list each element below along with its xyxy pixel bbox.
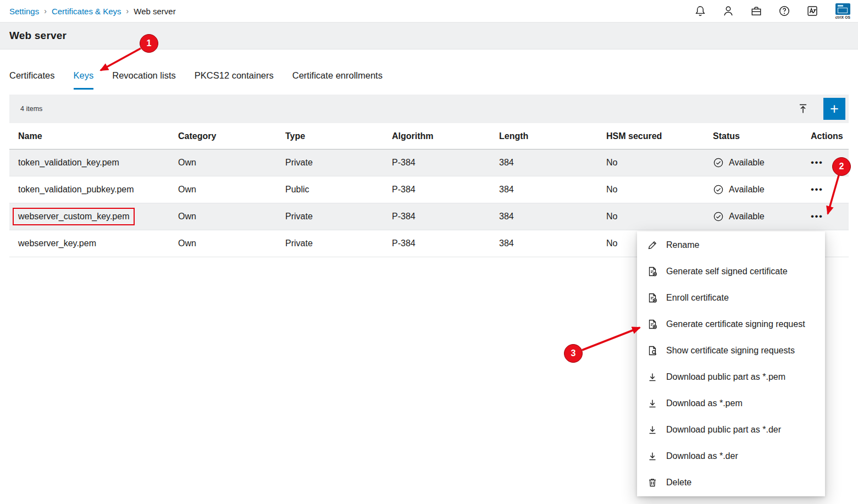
menu-item-rename[interactable]: Rename [637, 232, 825, 258]
key-length: 384 [499, 185, 514, 194]
menu-item-download-der[interactable]: Download as *.der [637, 443, 825, 469]
key-type: Public [285, 185, 309, 194]
table-toolbar: 4 items + [9, 95, 849, 123]
status-label: Available [729, 158, 765, 168]
briefcase-icon[interactable] [750, 4, 763, 18]
annotation-arrow-3 [582, 328, 640, 350]
upload-icon[interactable] [796, 102, 810, 116]
key-algorithm: P-384 [392, 185, 416, 194]
menu-item-delete[interactable]: Delete [637, 469, 825, 496]
status-label: Available [729, 185, 765, 195]
status-badge: Available [713, 184, 796, 195]
column-header-category: Category [178, 123, 285, 149]
key-length: 384 [499, 212, 514, 221]
check-circle-icon [713, 157, 724, 168]
key-hsm-secured: No [606, 212, 617, 221]
key-hsm-secured: No [606, 239, 617, 248]
menu-item-enroll-certificate[interactable]: Enroll certificate [637, 285, 825, 311]
column-header-hsm-secured: HSM secured [606, 123, 713, 149]
menu-item-generate-self-signed-certificate[interactable]: Generate self signed certificate [637, 258, 825, 285]
breadcrumb-certificates-keys[interactable]: Certificates & Keys [52, 7, 121, 16]
breadcrumb: Settings › Certificates & Keys › Web ser… [9, 7, 176, 16]
menu-item-label: Delete [666, 478, 691, 488]
certificate-enroll-icon [647, 292, 658, 303]
menu-item-label: Generate self signed certificate [666, 267, 788, 276]
breadcrumb-settings[interactable]: Settings [9, 7, 39, 16]
breadcrumb-current: Web server [134, 7, 175, 16]
add-key-button[interactable]: + [823, 98, 845, 120]
menu-item-label: Download public part as *.pem [666, 372, 785, 382]
highlighted-key-name: webserver_custom_key.pem [13, 208, 135, 225]
download-icon [647, 424, 658, 435]
column-header-status: Status [713, 123, 801, 149]
topbar: Settings › Certificates & Keys › Web ser… [0, 0, 858, 23]
status-badge: Available [713, 211, 796, 222]
column-header-name: Name [9, 123, 178, 149]
key-category: Own [178, 158, 196, 167]
row-actions-menu-button[interactable]: ••• [811, 184, 823, 195]
key-category: Own [178, 212, 196, 221]
key-name: webserver_key.pem [18, 239, 96, 248]
key-algorithm: P-384 [392, 158, 416, 167]
menu-item-label: Show certificate signing requests [666, 346, 795, 356]
key-length: 384 [499, 158, 514, 167]
table-row-selected[interactable]: webserver_custom_key.pem Own Private P-3… [9, 203, 849, 230]
column-header-length: Length [499, 123, 606, 149]
menu-item-show-certificate-signing-requests[interactable]: Show certificate signing requests [637, 337, 825, 364]
ctrlx-os-logo-icon [835, 3, 850, 15]
certificate-request-icon [647, 319, 658, 330]
download-icon [647, 372, 658, 383]
download-icon [647, 451, 658, 462]
menu-item-label: Enroll certificate [666, 293, 729, 303]
user-icon[interactable] [722, 4, 735, 18]
menu-item-label: Rename [666, 240, 699, 250]
help-icon[interactable] [778, 4, 791, 18]
pencil-icon [647, 240, 658, 251]
menu-item-generate-certificate-signing-request[interactable]: Generate certificate signing request [637, 311, 825, 337]
menu-item-download-public-part-der[interactable]: Download public part as *.der [637, 417, 825, 443]
annotation-step-3: 3 [564, 344, 583, 363]
breadcrumb-separator: › [126, 7, 129, 15]
menu-item-download-public-part-pem[interactable]: Download public part as *.pem [637, 364, 825, 390]
menu-item-label: Download as *.der [666, 451, 738, 461]
row-actions-menu-button-open[interactable]: ••• [811, 211, 823, 221]
key-name: token_validation_pubkey.pem [18, 185, 134, 194]
key-category: Own [178, 185, 196, 194]
tab-revocation-lists[interactable]: Revocation lists [112, 70, 176, 90]
language-icon[interactable] [806, 4, 819, 18]
column-header-algorithm: Algorithm [392, 123, 499, 149]
tab-bar: Certificates Keys Revocation lists PKCS1… [9, 70, 858, 90]
column-header-actions: Actions [801, 123, 849, 149]
key-type: Private [285, 212, 313, 221]
topbar-icons: ctrlX OS [694, 3, 850, 19]
page-title-bar: Web server [0, 23, 858, 49]
check-circle-icon [713, 184, 724, 195]
key-algorithm: P-384 [392, 239, 416, 248]
tab-keys[interactable]: Keys [74, 70, 94, 90]
key-hsm-secured: No [606, 158, 617, 167]
certificate-generate-icon [647, 266, 658, 277]
menu-item-label: Download as *.pem [666, 398, 743, 408]
check-circle-icon [713, 211, 724, 222]
download-icon [647, 398, 658, 409]
key-hsm-secured: No [606, 185, 617, 194]
status-label: Available [729, 212, 765, 221]
menu-item-download-pem[interactable]: Download as *.pem [637, 390, 825, 417]
key-category: Own [178, 239, 196, 248]
ctrlx-os-logo[interactable]: ctrlX OS [835, 3, 850, 19]
key-algorithm: P-384 [392, 212, 416, 221]
tab-certificates[interactable]: Certificates [9, 70, 55, 90]
tab-certificate-enrollments[interactable]: Certificate enrollments [292, 70, 383, 90]
page-title: Web server [9, 30, 67, 42]
key-length: 384 [499, 239, 514, 248]
certificate-search-icon [647, 345, 658, 356]
tab-pkcs12-containers[interactable]: PKCS12 containers [195, 70, 274, 90]
table-header-row: Name Category Type Algorithm Length HSM … [9, 123, 849, 149]
menu-item-label: Generate certificate signing request [666, 319, 805, 329]
row-actions-menu-button[interactable]: ••• [811, 157, 823, 168]
notifications-bell-icon[interactable] [694, 4, 707, 18]
table-row[interactable]: token_validation_key.pem Own Private P-3… [9, 149, 849, 176]
ctrlx-os-logo-label: ctrlX OS [835, 15, 850, 19]
actions-context-menu: Rename Generate self signed certificate … [637, 231, 825, 496]
table-row[interactable]: token_validation_pubkey.pem Own Public P… [9, 176, 849, 203]
